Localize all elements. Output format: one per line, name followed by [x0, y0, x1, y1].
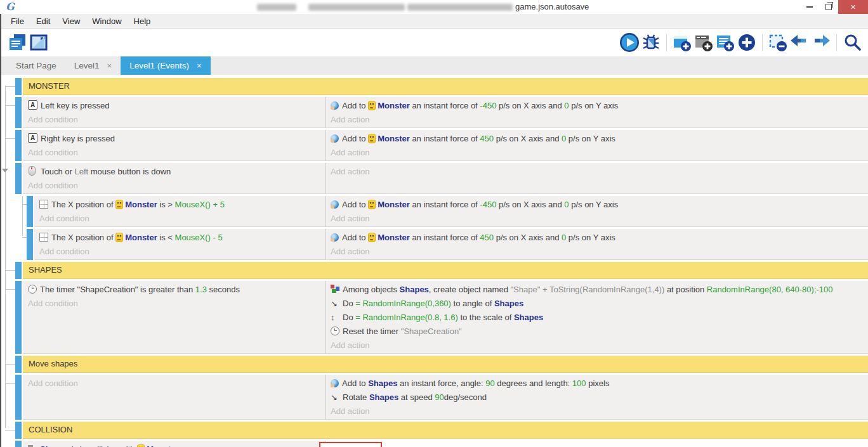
conditions-cell: Right key is pressed Add condition: [23, 130, 326, 161]
text-segment: an instant force of: [410, 200, 480, 209]
add-event-icon[interactable]: [671, 32, 693, 53]
undo-icon[interactable]: [789, 32, 810, 53]
condition-line[interactable]: Left key is pressed: [23, 98, 325, 112]
action-line[interactable]: Do = RandomInRange(0,360) to angle of Sh…: [326, 296, 868, 310]
event-drag-bar[interactable]: [27, 196, 33, 227]
text-segment: Monster: [378, 233, 410, 242]
redo-icon[interactable]: [810, 32, 832, 53]
add-condition-placeholder[interactable]: Add condition: [23, 112, 325, 126]
text-segment: at speed: [398, 392, 435, 402]
force-icon: [331, 200, 339, 209]
event-drag-bar[interactable]: [15, 97, 22, 128]
text-segment: 450: [480, 233, 494, 242]
condition-line[interactable]: Shapes is in collision with Monster: [23, 442, 325, 447]
events-sheet: MONSTER Left key is pressed Add conditio…: [1, 75, 868, 447]
event-group-header[interactable]: Move shapes: [15, 356, 868, 373]
action-line[interactable]: Do = RandomInRange(0.8, 1.6) to the scal…: [326, 310, 868, 324]
menu-view[interactable]: View: [56, 16, 86, 26]
add-condition-placeholder[interactable]: Add condition: [34, 211, 325, 225]
menu-help[interactable]: Help: [128, 16, 157, 26]
event-drag-bar[interactable]: [15, 356, 22, 373]
event-row: The timer "ShapeCreation" is greater tha…: [15, 281, 868, 354]
tab-close-icon[interactable]: ×: [197, 61, 202, 70]
text-segment: 450: [480, 134, 494, 143]
event-drag-bar[interactable]: [15, 422, 22, 439]
add-circle-icon[interactable]: [736, 32, 758, 53]
action-line[interactable]: Add to Monster an instant force of 450 p…: [326, 230, 868, 244]
text-segment: mouse button is down: [88, 167, 171, 176]
event-drag-bar[interactable]: [27, 229, 33, 260]
close-button[interactable]: ×: [838, 0, 868, 14]
event-drag-bar[interactable]: [15, 375, 22, 420]
collapse-arrow-icon[interactable]: [2, 169, 8, 176]
condition-line[interactable]: Right key is pressed: [23, 131, 325, 145]
menu-edit[interactable]: Edit: [30, 16, 56, 26]
search-icon[interactable]: [841, 32, 863, 53]
text-segment: p/s on Y axis: [569, 101, 619, 110]
add-condition-placeholder[interactable]: Add condition: [23, 178, 325, 192]
text-segment: is <: [157, 233, 175, 242]
restore-button[interactable]: [819, 0, 838, 14]
restore-icon: [825, 4, 832, 10]
monster-icon: [137, 444, 145, 447]
play-icon[interactable]: [619, 32, 640, 53]
event-drag-bar[interactable]: [15, 78, 22, 95]
add-action-placeholder[interactable]: Add action: [326, 145, 868, 159]
collision-icon: [28, 444, 37, 447]
text-segment: -450: [480, 200, 496, 209]
event-row: Touch or Left mouse button is down Add c…: [15, 163, 868, 194]
event-drag-bar[interactable]: [15, 281, 22, 354]
keyboard-icon: [28, 100, 37, 110]
force-icon: [331, 379, 339, 387]
event-group-header[interactable]: MONSTER: [15, 78, 868, 95]
unselect-icon[interactable]: [767, 32, 789, 53]
action-line[interactable]: Add to Monster an instant force of 450 p…: [326, 131, 868, 145]
condition-line[interactable]: Touch or Left mouse button is down: [23, 164, 325, 178]
add-action-placeholder[interactable]: Add action: [326, 404, 868, 418]
menu-window[interactable]: Window: [86, 16, 128, 26]
text-segment: to the scale of: [458, 313, 514, 322]
text-segment: Monster: [125, 233, 157, 242]
scene-editor-icon[interactable]: [28, 32, 49, 53]
add-action-placeholder[interactable]: Add action: [326, 244, 868, 258]
event-drag-bar[interactable]: [15, 130, 22, 161]
force-icon: [331, 101, 339, 110]
add-comment-icon[interactable]: [714, 32, 736, 53]
condition-line[interactable]: The timer "ShapeCreation" is greater tha…: [23, 282, 325, 296]
add-action-placeholder-highlighted[interactable]: Add action: [319, 442, 382, 447]
event-drag-bar[interactable]: [15, 262, 22, 279]
add-condition-placeholder[interactable]: Add condition: [23, 296, 325, 310]
tab-level1-events[interactable]: Level1 (Events) ×: [121, 56, 210, 75]
action-line[interactable]: Add to Monster an instant force of -450 …: [326, 197, 868, 211]
condition-line[interactable]: The X position of Monster is > MouseX() …: [34, 197, 325, 211]
add-condition-placeholder[interactable]: Add condition: [23, 145, 325, 159]
add-subevent-icon[interactable]: [693, 32, 714, 53]
add-action-placeholder[interactable]: Add action: [326, 338, 868, 352]
add-action-placeholder[interactable]: Add action: [326, 211, 868, 225]
debug-icon[interactable]: [640, 32, 662, 53]
action-line[interactable]: Rotate Shapes at speed 90deg/second: [326, 390, 868, 404]
action-line[interactable]: Among objects Shapes, create object name…: [326, 282, 868, 296]
add-action-placeholder[interactable]: Add action: [326, 112, 868, 126]
tab-level1-scene[interactable]: Level1 ×: [65, 56, 121, 75]
text-segment: Monster: [125, 200, 157, 209]
tab-start-page[interactable]: Start Page: [7, 56, 65, 75]
monster-icon: [368, 134, 376, 143]
condition-line[interactable]: The X position of Monster is < MouseX() …: [34, 230, 325, 244]
add-condition-placeholder[interactable]: Add condition: [34, 244, 325, 258]
event-group-header[interactable]: SHAPES: [15, 262, 868, 279]
redacted-title-segment: [257, 4, 296, 11]
minimize-button[interactable]: [800, 0, 819, 14]
add-condition-placeholder[interactable]: Add condition: [23, 376, 325, 390]
menu-file[interactable]: File: [5, 16, 30, 26]
event-drag-bar[interactable]: [15, 441, 22, 447]
tab-close-icon[interactable]: ×: [107, 61, 112, 70]
project-manager-icon[interactable]: [6, 32, 28, 53]
event-drag-bar[interactable]: [15, 163, 22, 194]
action-line[interactable]: Add to Shapes an instant force, angle: 9…: [326, 376, 868, 390]
action-line[interactable]: Add to Monster an instant force of -450 …: [326, 98, 868, 112]
action-line[interactable]: Reset the timer "ShapeCreation": [326, 324, 868, 338]
add-action-placeholder[interactable]: Add action: [326, 164, 868, 178]
event-group-header[interactable]: COLLISION: [15, 422, 868, 439]
text-segment: RandomInRange(80, 640-80);-100: [707, 285, 833, 294]
